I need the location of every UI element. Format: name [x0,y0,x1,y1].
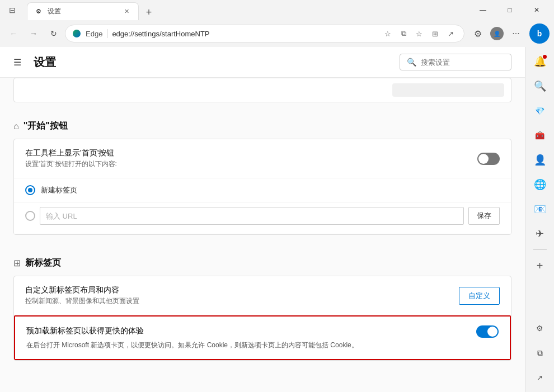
url-input[interactable] [40,207,464,225]
sidebar-diamond-icon[interactable]: 💎 [530,101,550,121]
address-bar-input[interactable]: Edge edge://settings/startHomeNTP ☆ ⧉ ☆ … [65,25,464,42]
show-home-button-sublabel: 设置'首页'按钮打开的以下内容: [25,159,468,169]
preload-newtab-right [476,325,499,338]
address-divider [107,29,107,38]
save-btn[interactable]: 保存 [468,207,500,225]
sidebar-bell-icon[interactable]: 🔔 [530,51,550,72]
page-header: ☰ 设置 🔍 [0,47,525,78]
maximize-btn[interactable]: □ [497,1,523,19]
show-home-button-row: 在工具栏上显示'首页'按钮 设置'首页'按钮打开的以下内容: [14,139,511,178]
bing-icon[interactable]: b [529,23,550,44]
customize-newtab-right: 自定义 [459,287,500,305]
customize-newtab-row: 自定义新标签页布局和内容 控制新闻源、背景图像和其他页面设置 自定义 [14,276,511,315]
sidebar-plus-btn[interactable]: + [530,256,550,276]
favorites-icon[interactable]: ☆ [381,27,395,40]
content-area: ☰ 设置 🔍 [0,47,525,392]
preload-description: 在后台打开 Microsoft 新选项卡页，以便更快访问。如果允许 Cookie… [15,340,369,359]
window-buttons: — □ ✕ [470,1,550,19]
customize-newtab-sublabel: 控制新闻源、背景图像和其他页面设置 [25,296,450,306]
sidebar-globe-icon[interactable]: 🌐 [530,174,550,195]
page-title: 设置 [34,55,56,70]
right-sidebar: 🔔 🔍 💎 🧰 👤 🌐 📧 ✈ + ⚙ ⧉ ↗ [525,47,554,392]
tab-title: 设置 [48,7,117,16]
show-home-button-label: 在工具栏上显示'首页'按钮 [25,148,468,158]
scroll-area: ⌂ "开始"按钮 在工具栏上显示'首页'按钮 设置'首页'按钮打开的以下内容: [0,78,525,388]
section-new-tab: ⊞ 新标签页 自定义新标签页布局和内容 控制新闻源、背景图像和其他页面设置 [13,248,511,361]
customize-btn[interactable]: 自定义 [459,287,500,305]
forward-btn[interactable]: → [25,25,43,42]
title-bar: ⊟ ⚙ 设置 ✕ + — □ ✕ [0,0,554,20]
section-title-start: "开始"按钮 [24,120,68,132]
customize-newtab-left: 自定义新标签页布局和内容 控制新闻源、背景图像和其他页面设置 [25,285,450,306]
home-section-icon: ⌂ [13,121,19,131]
search-box[interactable]: 🔍 [400,54,511,70]
new-tab-card: 自定义新标签页布局和内容 控制新闻源、背景图像和其他页面设置 自定义 [13,276,511,361]
url-radio-outer[interactable] [25,211,35,221]
window-controls-left: ⊟ [4,2,20,18]
main-layout: ☰ 设置 🔍 [0,47,554,392]
search-input[interactable] [421,58,504,67]
refresh-btn[interactable]: ↻ [45,25,63,42]
back-btn[interactable]: ← [4,25,22,42]
top-partial-card [13,78,511,102]
radio-new-tab[interactable]: 新建标签页 [25,185,500,195]
url-row: 保存 [14,202,511,234]
favorites2-icon[interactable]: ☆ [412,27,426,40]
show-home-button-left: 在工具栏上显示'首页'按钮 设置'首页'按钮打开的以下内容: [25,148,468,169]
sidebar-layers-icon[interactable]: ⧉ [530,343,550,363]
radio-new-tab-label: 新建标签页 [41,185,77,195]
preload-newtab-left: 预加载新标签页以获得更快的体验 [26,326,467,337]
section-start-button: ⌂ "开始"按钮 在工具栏上显示'首页'按钮 设置'首页'按钮打开的以下内容: [13,111,511,235]
sidebar-toggle-btn[interactable]: ⊟ [4,2,20,18]
edge-label: Edge [86,30,102,38]
section-title-newtab: 新标签页 [25,257,61,269]
sidebar-user-icon[interactable]: 👤 [530,150,550,170]
top-partial-bar [392,83,504,97]
header-left: ☰ 设置 [13,55,56,70]
share-icon[interactable]: ↗ [444,27,457,40]
tab-close-btn[interactable]: ✕ [121,7,132,17]
more-menu-btn[interactable]: ··· [507,25,525,42]
avatar: 👤 [490,27,504,40]
close-btn[interactable]: ✕ [524,1,550,19]
new-tab-btn[interactable]: + [141,4,157,20]
show-home-button-right [477,153,500,165]
profile-btn[interactable]: 👤 [488,25,506,42]
sidebar-mail-icon[interactable]: 📧 [530,199,550,219]
settings-main: ☰ 设置 🔍 [0,47,525,392]
edge-logo-icon [72,29,81,38]
split-view-icon[interactable]: ⧉ [397,27,410,40]
address-bar: ← → ↻ Edge edge://settings/startHomeNTP … [0,20,554,47]
customize-newtab-label: 自定义新标签页布局和内容 [25,285,450,295]
radio-new-tab-inner [28,188,32,192]
newtab-section-icon: ⊞ [13,258,21,268]
toggle-thumb [478,154,489,164]
preload-toggle-thumb [487,327,497,337]
toolbar-icons: ⚙ 👤 ··· [469,25,525,42]
settings-icon[interactable]: ⚙ [469,25,487,42]
preload-newtab-label: 预加载新标签页以获得更快的体验 [26,326,467,336]
section-title-row-start: ⌂ "开始"按钮 [13,111,511,132]
preload-newtab-row: 预加载新标签页以获得更快的体验 在后台打开 Microsoft 新选项卡页，以便… [14,315,511,360]
search-icon: 🔍 [407,58,416,67]
show-home-toggle[interactable] [477,153,500,165]
section-title-row-newtab: ⊞ 新标签页 [13,248,511,269]
radio-new-tab-outer[interactable] [25,185,35,195]
sidebar-external-icon[interactable]: ↗ [530,367,550,388]
preload-toggle[interactable] [476,325,499,338]
minimize-btn[interactable]: — [470,1,496,19]
start-button-card: 在工具栏上显示'首页'按钮 设置'首页'按钮打开的以下内容: [13,139,511,235]
address-text: edge://settings/startHomeNTP [112,30,377,38]
collections-icon[interactable]: ⊞ [428,27,442,40]
sidebar-divider [533,249,547,250]
sidebar-briefcase-icon[interactable]: 🧰 [530,125,550,145]
address-icons: ☆ ⧉ ☆ ⊞ ↗ [381,27,457,40]
radio-group: 新建标签页 [14,178,511,202]
sidebar-search-icon[interactable]: 🔍 [530,76,550,96]
hamburger-btn[interactable]: ☰ [13,57,27,68]
sidebar-settings2-icon[interactable]: ⚙ [530,318,550,338]
settings-tab[interactable]: ⚙ 设置 ✕ [27,2,139,20]
tab-bar: ⚙ 设置 ✕ + [27,0,468,20]
tab-favicon-icon: ⚙ [34,7,43,16]
sidebar-send-icon[interactable]: ✈ [530,224,550,244]
